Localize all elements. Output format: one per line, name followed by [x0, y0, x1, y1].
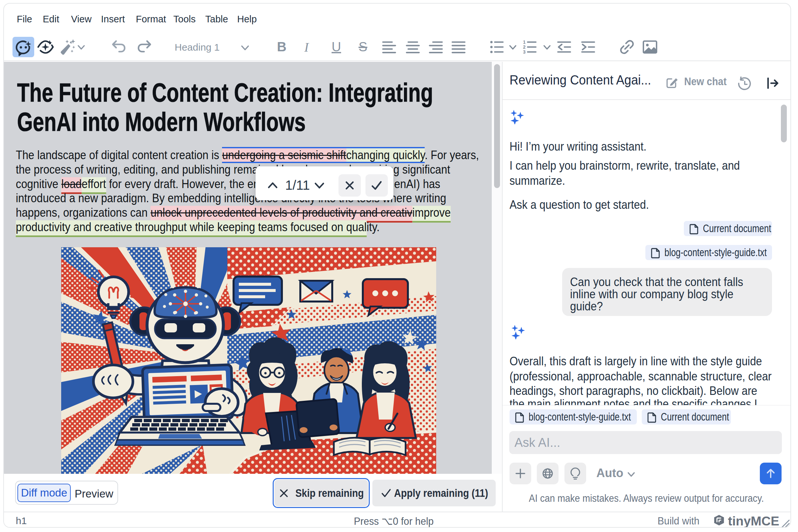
- svg-text:1: 1: [523, 39, 526, 45]
- svg-text:2: 2: [523, 44, 526, 50]
- svg-text:3: 3: [523, 49, 526, 55]
